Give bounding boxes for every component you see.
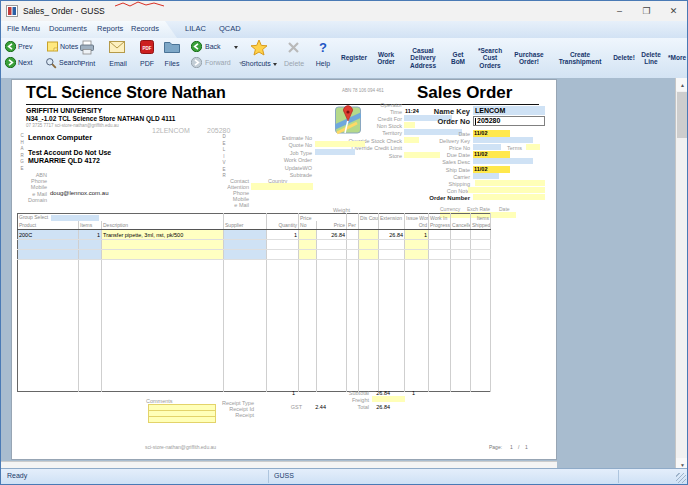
gst-value: 2.44 xyxy=(296,404,326,410)
progress-cell xyxy=(429,230,451,240)
supplier-cell[interactable] xyxy=(224,230,267,240)
prev-icon[interactable] xyxy=(5,41,16,52)
email-icon[interactable] xyxy=(109,41,125,53)
menu-documents[interactable]: Documents xyxy=(49,24,87,33)
delivery-key-field[interactable] xyxy=(473,137,533,143)
search-icon[interactable] xyxy=(45,57,57,69)
files-icon[interactable] xyxy=(164,41,180,53)
price-no-field[interactable] xyxy=(473,144,501,150)
more-button[interactable]: *More xyxy=(665,54,688,61)
charge-city: MURARRIE QLD 4172 xyxy=(28,157,100,164)
scroll-up-icon[interactable]: ▲ xyxy=(676,78,688,91)
issue-ord-cell[interactable]: 1 xyxy=(405,230,429,240)
store-title: TCL Science Store Nathan xyxy=(26,84,226,102)
cancelled-cell[interactable] xyxy=(451,230,471,240)
back-icon[interactable] xyxy=(191,41,202,52)
titlebar: Sales_ Order - GUSS – ❐ ✕ xyxy=(1,1,687,22)
due-date-field[interactable]: 11/02 xyxy=(473,151,510,158)
per-cell[interactable] xyxy=(347,230,359,240)
back-button[interactable]: Back xyxy=(205,43,221,50)
register-button[interactable]: Register xyxy=(337,54,371,61)
menu-records[interactable]: Records xyxy=(131,24,159,33)
app-icon xyxy=(6,5,18,17)
help-icon[interactable]: ? xyxy=(316,39,330,56)
items-cell[interactable]: 1 xyxy=(79,230,102,240)
email-button[interactable]: Email xyxy=(107,60,129,67)
shortcuts-button[interactable]: Shortcuts xyxy=(239,60,279,67)
deliver-email-label: e Mail xyxy=(209,202,249,208)
description-cell[interactable]: Transfer pipette, 3ml, nst, pk/500 xyxy=(102,230,224,240)
pdf-icon[interactable]: PDF xyxy=(140,40,154,54)
quote-no-label: Quote No xyxy=(262,142,312,148)
shortcuts-icon[interactable] xyxy=(250,39,268,57)
price-no-cell[interactable] xyxy=(299,230,317,240)
shortcuts-dropdown-icon[interactable] xyxy=(273,63,277,66)
casual-delivery-button[interactable]: Casual Delivery Address xyxy=(401,47,445,69)
minimize-button[interactable]: – xyxy=(606,1,633,20)
svg-text:?: ? xyxy=(319,40,327,55)
menu-qcad[interactable]: QCAD xyxy=(219,24,241,33)
quote-no-field[interactable] xyxy=(315,141,365,147)
resize-grip-icon[interactable] xyxy=(676,473,686,483)
maximize-button[interactable]: ❐ xyxy=(633,1,660,20)
annotation-mark xyxy=(114,1,166,8)
shipping-field[interactable] xyxy=(475,180,545,186)
delete-line-button[interactable]: Delete Line xyxy=(637,51,665,66)
non-stock-label: Non Stock xyxy=(322,123,402,129)
forward-button: Forward xyxy=(205,59,231,66)
prev-button[interactable]: Prev xyxy=(18,43,32,50)
menu-lilac[interactable]: LILAC xyxy=(185,24,206,33)
form-title: Sales Order xyxy=(417,83,512,103)
help-button[interactable]: Help xyxy=(312,60,334,67)
carrier-label: Carrier xyxy=(410,174,470,180)
delete-button: Delete xyxy=(282,60,306,67)
menu-file[interactable]: File Menu xyxy=(7,24,40,33)
terms-field[interactable] xyxy=(526,144,540,150)
quantity-cell[interactable]: 1 xyxy=(267,230,299,240)
pdf-button[interactable]: PDF xyxy=(138,60,156,67)
notes-button[interactable]: Notes xyxy=(60,43,78,50)
print-icon[interactable] xyxy=(79,40,95,55)
delete-order-button[interactable]: Delete! xyxy=(611,54,637,61)
group-select-label: Group Select xyxy=(19,214,48,220)
close-button[interactable]: ✕ xyxy=(660,1,687,20)
workspace: TCL Science Store Nathan ABN 78 106 094 … xyxy=(1,78,688,471)
empty-line-row xyxy=(18,250,491,260)
per-header: Per xyxy=(347,221,359,230)
order-no-field[interactable]: 205280 xyxy=(473,116,545,126)
purchase-order-button[interactable]: Purchase Order! xyxy=(509,51,549,66)
discount-cell[interactable] xyxy=(359,230,379,240)
order-number-field[interactable] xyxy=(473,194,545,200)
shortcuts-label: Shortcuts xyxy=(241,60,271,67)
date-field[interactable]: 11/02 xyxy=(473,130,510,137)
carrier-field[interactable] xyxy=(473,173,499,179)
next-button[interactable]: Next xyxy=(18,59,32,66)
print-button[interactable]: Print xyxy=(77,60,99,67)
next-icon[interactable] xyxy=(5,57,16,68)
quantity-header: Quantity xyxy=(267,221,299,230)
con-note-field[interactable] xyxy=(468,187,545,193)
group-select-field[interactable] xyxy=(51,215,99,221)
price-cell[interactable]: 26.84 xyxy=(317,230,347,240)
deliver-attention-field[interactable] xyxy=(251,183,313,190)
product-cell[interactable]: 200C xyxy=(18,230,79,240)
back-dropdown-icon[interactable] xyxy=(234,46,238,49)
ship-date-field[interactable]: 11/02 xyxy=(473,166,510,173)
description-header: Description xyxy=(102,221,224,230)
comments-field-3[interactable] xyxy=(148,416,216,423)
search-cust-orders-button[interactable]: *Search Cust Orders xyxy=(471,47,509,69)
job-type-field[interactable] xyxy=(315,149,355,155)
vertical-scrollbar-thumb[interactable] xyxy=(677,92,688,138)
menu-reports[interactable]: Reports xyxy=(97,24,123,33)
get-bom-button[interactable]: Get BoM xyxy=(445,51,471,66)
charge-email-value: doug@lennox.com.au xyxy=(50,190,108,196)
notes-icon[interactable] xyxy=(47,41,58,52)
files-button[interactable]: Files xyxy=(162,60,182,67)
name-key-field[interactable]: LENCOM xyxy=(473,106,545,115)
work-order-button[interactable]: Work Order xyxy=(371,51,401,66)
create-transhipment-button[interactable]: Create Transhipment xyxy=(549,51,611,66)
credit-for-label: Credit For xyxy=(322,116,402,122)
freight-field[interactable] xyxy=(372,396,405,402)
sales-desc-field[interactable] xyxy=(473,158,533,164)
vertical-scrollbar[interactable]: ▲ ▼ xyxy=(675,78,688,471)
